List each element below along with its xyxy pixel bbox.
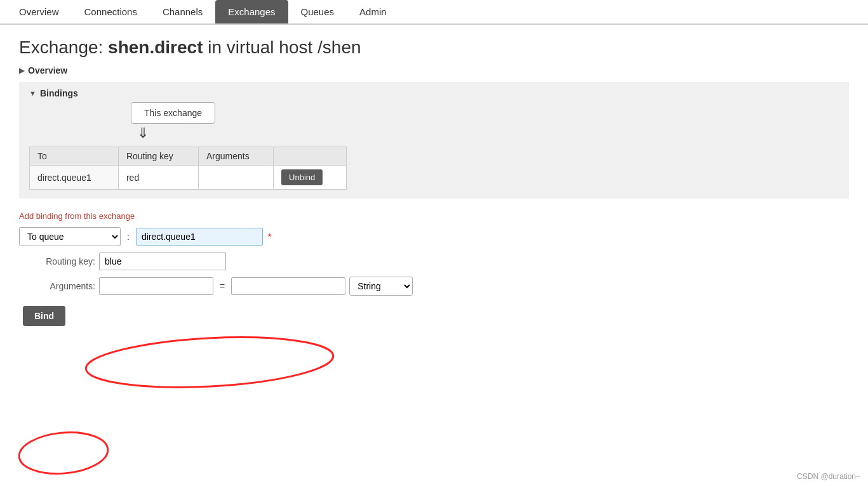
nav-overview[interactable]: Overview (6, 0, 72, 23)
nav-queues[interactable]: Queues (288, 0, 347, 23)
add-binding-section: Add binding from this exchange To queue … (19, 211, 849, 326)
add-binding-text: Add binding from this exchange (19, 211, 135, 221)
bindings-table: To Routing key Arguments direct.queue1 r… (29, 147, 347, 190)
overview-label: Overview (28, 65, 67, 76)
this-exchange-box: This exchange (131, 102, 215, 124)
queue-name-input[interactable] (136, 228, 263, 246)
required-star: * (268, 232, 271, 242)
routing-key-row: Routing key: (19, 253, 849, 270)
equals-sign: = (220, 281, 225, 291)
exchange-name: shen.direct (108, 37, 203, 57)
table-row: direct.queue1 red Unbind (30, 166, 347, 190)
binding-arguments (198, 166, 273, 190)
nav-channels[interactable]: Channels (150, 0, 215, 23)
binding-to: direct.queue1 (30, 166, 119, 190)
col-action (274, 147, 347, 166)
binding-routing-key: red (118, 166, 198, 190)
unbind-cell: Unbind (274, 166, 347, 190)
to-queue-select[interactable]: To queue To exchange (19, 227, 121, 246)
bind-button[interactable]: Bind (23, 306, 65, 326)
routing-key-input[interactable] (99, 253, 226, 270)
down-arrow-icon: ⇓ (137, 126, 149, 140)
bindings-section-header[interactable]: ▼ Bindings (29, 88, 839, 98)
this-exchange-container: This exchange ⇓ (131, 102, 839, 140)
bindings-arrow-icon: ▼ (29, 89, 36, 97)
unbind-button[interactable]: Unbind (281, 169, 323, 185)
main-nav: Overview Connections Channels Exchanges … (0, 0, 868, 25)
title-prefix: Exchange: (19, 37, 103, 57)
nav-connections[interactable]: Connections (72, 0, 150, 23)
argument-key-input[interactable] (99, 277, 213, 295)
bindings-label: Bindings (40, 88, 78, 98)
argument-type-select[interactable]: String Number Boolean (349, 277, 413, 296)
col-arguments: Arguments (198, 147, 273, 166)
arguments-row: Arguments: = String Number Boolean (19, 277, 849, 296)
argument-value-input[interactable] (231, 277, 345, 295)
routing-key-label: Routing key: (19, 256, 95, 266)
page-title: Exchange: shen.direct in virtual host /s… (19, 37, 849, 58)
bindings-section: ▼ Bindings This exchange ⇓ To Routing ke… (19, 82, 849, 199)
colon-separator: : (127, 232, 130, 242)
add-binding-label: Add binding from this exchange (19, 211, 849, 221)
this-exchange-text: This exchange (144, 108, 202, 118)
arguments-label: Arguments: (19, 281, 95, 291)
to-queue-row: To queue To exchange : * (19, 227, 849, 246)
col-to: To (30, 147, 119, 166)
col-routing-key: Routing key (118, 147, 198, 166)
overview-section-header[interactable]: ▶ Overview (19, 65, 849, 76)
nav-admin[interactable]: Admin (347, 0, 399, 23)
nav-exchanges[interactable]: Exchanges (215, 0, 288, 23)
title-suffix: in virtual host /shen (208, 37, 361, 57)
overview-arrow-icon: ▶ (19, 67, 24, 75)
